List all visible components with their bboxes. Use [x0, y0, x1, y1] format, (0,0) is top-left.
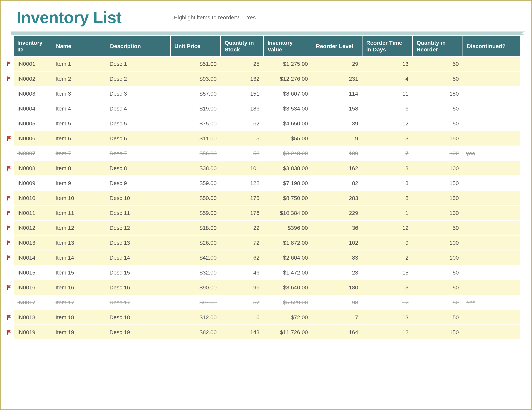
cell-days[interactable]: 7 [362, 146, 412, 160]
cell-qreorder[interactable]: 50 [412, 56, 463, 71]
cell-desc[interactable]: Desc 13 [106, 235, 170, 250]
cell-name[interactable]: Item 18 [52, 310, 106, 324]
cell-days[interactable]: 8 [362, 190, 412, 205]
cell-price[interactable]: $50.00 [170, 190, 220, 205]
cell-disc[interactable] [463, 220, 520, 235]
cell-qty[interactable]: 6 [220, 310, 263, 324]
col-qty[interactable]: Quantity in Stock [220, 36, 263, 56]
cell-disc[interactable] [463, 101, 520, 116]
cell-disc[interactable] [463, 116, 520, 131]
cell-desc[interactable]: Desc 9 [106, 175, 170, 190]
cell-qreorder[interactable]: 50 [412, 265, 463, 280]
cell-qty[interactable]: 175 [220, 190, 263, 205]
cell-qreorder[interactable]: 150 [412, 175, 463, 190]
cell-value[interactable]: $8,607.00 [263, 86, 312, 101]
cell-qreorder[interactable]: 50 [412, 116, 463, 131]
cell-days[interactable]: 2 [362, 250, 412, 265]
cell-reorder[interactable]: 164 [312, 324, 362, 339]
cell-qreorder[interactable]: 100 [412, 250, 463, 265]
cell-value[interactable]: $10,384.00 [263, 205, 312, 220]
col-desc[interactable]: Description [106, 36, 170, 56]
cell-disc[interactable] [463, 190, 520, 205]
cell-name[interactable]: Item 9 [52, 175, 106, 190]
cell-value[interactable]: $396.00 [263, 220, 312, 235]
cell-qty[interactable]: 62 [220, 250, 263, 265]
cell-disc[interactable] [463, 131, 520, 146]
cell-disc[interactable] [463, 250, 520, 265]
cell-id[interactable]: IN0010 [14, 190, 52, 205]
cell-qty[interactable]: 176 [220, 205, 263, 220]
cell-name[interactable]: Item 7 [52, 146, 106, 160]
cell-price[interactable]: $12.00 [170, 310, 220, 324]
cell-value[interactable]: $7,198.00 [263, 175, 312, 190]
cell-value[interactable]: $1,275.00 [263, 56, 312, 71]
cell-value[interactable]: $3,838.00 [263, 160, 312, 175]
cell-disc[interactable] [463, 324, 520, 339]
cell-qreorder[interactable]: 100 [412, 205, 463, 220]
highlight-value[interactable]: Yes [247, 14, 256, 21]
cell-name[interactable]: Item 6 [52, 131, 106, 146]
cell-qreorder[interactable]: 50 [412, 295, 463, 310]
cell-id[interactable]: IN0009 [14, 175, 52, 190]
cell-qreorder[interactable]: 100 [412, 160, 463, 175]
cell-value[interactable]: $1,872.00 [263, 235, 312, 250]
cell-desc[interactable]: Desc 8 [106, 160, 170, 175]
cell-value[interactable]: $3,534.00 [263, 101, 312, 116]
cell-disc[interactable] [463, 205, 520, 220]
cell-price[interactable]: $97.00 [170, 295, 220, 310]
cell-price[interactable]: $26.00 [170, 235, 220, 250]
col-days[interactable]: Reorder Time in Days [362, 36, 412, 56]
cell-reorder[interactable]: 102 [312, 235, 362, 250]
cell-price[interactable]: $90.00 [170, 280, 220, 295]
cell-id[interactable]: IN0006 [14, 131, 52, 146]
cell-qty[interactable]: 143 [220, 324, 263, 339]
cell-qreorder[interactable]: 50 [412, 101, 463, 116]
cell-desc[interactable]: Desc 16 [106, 280, 170, 295]
cell-name[interactable]: Item 5 [52, 116, 106, 131]
cell-desc[interactable]: Desc 12 [106, 220, 170, 235]
cell-value[interactable]: $11,726.00 [263, 324, 312, 339]
cell-days[interactable]: 9 [362, 235, 412, 250]
cell-qreorder[interactable]: 150 [412, 324, 463, 339]
cell-price[interactable]: $82.00 [170, 324, 220, 339]
cell-desc[interactable]: Desc 3 [106, 86, 170, 101]
cell-price[interactable]: $56.00 [170, 146, 220, 160]
cell-disc[interactable] [463, 280, 520, 295]
cell-disc[interactable] [463, 175, 520, 190]
cell-reorder[interactable]: 7 [312, 310, 362, 324]
cell-name[interactable]: Item 3 [52, 86, 106, 101]
cell-name[interactable]: Item 13 [52, 235, 106, 250]
cell-days[interactable]: 3 [362, 160, 412, 175]
cell-days[interactable]: 4 [362, 71, 412, 86]
cell-qreorder[interactable]: 150 [412, 86, 463, 101]
cell-disc[interactable]: Yes [463, 295, 520, 310]
cell-qty[interactable]: 72 [220, 235, 263, 250]
cell-days[interactable]: 1 [362, 205, 412, 220]
cell-id[interactable]: IN0017 [14, 295, 52, 310]
cell-disc[interactable] [463, 235, 520, 250]
cell-reorder[interactable]: 162 [312, 160, 362, 175]
cell-qreorder[interactable]: 50 [412, 280, 463, 295]
cell-price[interactable]: $42.00 [170, 250, 220, 265]
cell-qty[interactable]: 101 [220, 160, 263, 175]
cell-disc[interactable] [463, 71, 520, 86]
cell-value[interactable]: $3,248.00 [263, 146, 312, 160]
col-disc[interactable]: Discontinued? [463, 36, 520, 56]
col-name[interactable]: Name [52, 36, 106, 56]
cell-reorder[interactable]: 39 [312, 116, 362, 131]
cell-reorder[interactable]: 109 [312, 146, 362, 160]
cell-price[interactable]: $57.00 [170, 86, 220, 101]
cell-id[interactable]: IN0004 [14, 101, 52, 116]
cell-days[interactable]: 13 [362, 310, 412, 324]
col-id[interactable]: Inventory ID [14, 36, 52, 56]
cell-days[interactable]: 3 [362, 280, 412, 295]
cell-desc[interactable]: Desc 18 [106, 310, 170, 324]
cell-reorder[interactable]: 180 [312, 280, 362, 295]
cell-price[interactable]: $38.00 [170, 160, 220, 175]
cell-price[interactable]: $75.00 [170, 116, 220, 131]
cell-reorder[interactable]: 83 [312, 250, 362, 265]
cell-value[interactable]: $2,604.00 [263, 250, 312, 265]
cell-qty[interactable]: 151 [220, 86, 263, 101]
cell-price[interactable]: $32.00 [170, 265, 220, 280]
cell-price[interactable]: $59.00 [170, 175, 220, 190]
